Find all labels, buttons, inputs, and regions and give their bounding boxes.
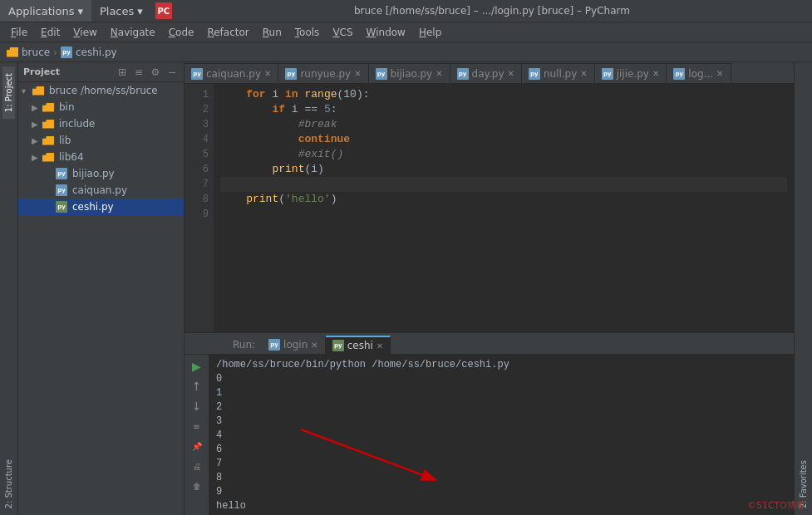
tab-log[interactable]: py log... ✕ bbox=[667, 63, 731, 83]
applications-menu[interactable]: Applications ▾ bbox=[0, 0, 91, 22]
structure-tab[interactable]: 2: Structure bbox=[2, 453, 15, 515]
tab-runyue[interactable]: py runyue.py ✕ bbox=[278, 63, 368, 83]
panel-title: Project bbox=[23, 66, 60, 77]
tab-log-close[interactable]: ✕ bbox=[716, 69, 723, 78]
tab-day-close[interactable]: ✕ bbox=[508, 69, 514, 78]
tree-lib[interactable]: ▶ lib bbox=[18, 132, 184, 149]
caiquan-label: caiquan.py bbox=[72, 184, 127, 196]
menu-navigate[interactable]: Navigate bbox=[104, 25, 162, 40]
include-label: include bbox=[59, 118, 95, 130]
menu-refactor[interactable]: Refactor bbox=[200, 25, 255, 40]
output-2: 2 bbox=[216, 400, 787, 414]
watermark: ©51CTO博客 bbox=[747, 499, 805, 512]
output-8: 8 bbox=[216, 471, 787, 485]
run-output: /home/ss/bruce/bin/python /home/ss/bruce… bbox=[209, 355, 794, 515]
code-line-4: continue bbox=[220, 132, 787, 147]
tab-jijie-label: jijie.py bbox=[617, 68, 649, 80]
tree-caiquan[interactable]: py caiquan.py bbox=[18, 182, 184, 199]
breadcrumb-folder[interactable]: bruce bbox=[22, 47, 50, 58]
panel-icon-sort[interactable]: ≡ bbox=[132, 66, 145, 79]
lib64-label: lib64 bbox=[59, 151, 84, 163]
tab-day[interactable]: py day.py ✕ bbox=[450, 63, 522, 83]
project-tab[interactable]: 1: Project bbox=[2, 66, 15, 119]
places-menu[interactable]: Places ▾ bbox=[91, 0, 151, 22]
run-print-btn[interactable]: 🖨 bbox=[189, 458, 205, 474]
lib-label: lib bbox=[59, 135, 71, 146]
code-line-6: print(i) bbox=[220, 162, 787, 177]
output-1: 1 bbox=[216, 386, 787, 400]
lib64-arrow: ▶ bbox=[32, 153, 40, 162]
tree-root[interactable]: ▾ bruce /home/ss/bruce bbox=[18, 82, 184, 99]
code-content[interactable]: for i in range(10): if i == 5: #break co… bbox=[214, 84, 794, 332]
tab-runyue-icon: py bbox=[285, 68, 297, 80]
bin-folder-icon bbox=[42, 103, 54, 112]
tab-null-close[interactable]: ✕ bbox=[580, 69, 587, 78]
ceshi-label: ceshi.py bbox=[72, 201, 114, 213]
tab-null[interactable]: py null.py ✕ bbox=[522, 63, 595, 83]
run-tab-ceshi[interactable]: py ceshi ✕ bbox=[326, 336, 391, 354]
run-trash-btn[interactable]: 🗑 bbox=[189, 478, 205, 494]
code-line-8: print('hello') bbox=[220, 192, 787, 207]
panel-icon-settings[interactable]: ⚙ bbox=[149, 66, 162, 79]
main-layout: 1: Project 2: Structure Project ⊞ ≡ ⚙ − … bbox=[0, 62, 812, 515]
run-up-btn[interactable]: ↑ bbox=[189, 378, 205, 395]
tab-caiquan-icon: py bbox=[191, 68, 203, 80]
code-line-9 bbox=[220, 207, 787, 222]
file-bar: bruce › py ceshi.py bbox=[0, 42, 812, 62]
tree-ceshi[interactable]: py ceshi.py bbox=[18, 199, 184, 215]
run-tab-login-icon: py bbox=[268, 339, 280, 351]
run-tab-login[interactable]: py login ✕ bbox=[262, 336, 326, 354]
menu-tools[interactable]: Tools bbox=[288, 25, 327, 40]
tab-runyue-label: runyue.py bbox=[300, 68, 351, 80]
lib64-folder-icon bbox=[42, 153, 54, 162]
panel-header: Project ⊞ ≡ ⚙ − bbox=[18, 62, 184, 82]
panel-icon-gear[interactable]: ⊞ bbox=[116, 66, 129, 79]
output-3: 3 bbox=[216, 414, 787, 429]
output-9: 9 bbox=[216, 485, 787, 499]
run-tab-login-close[interactable]: ✕ bbox=[311, 341, 317, 350]
run-play-btn[interactable]: ▶ bbox=[189, 358, 205, 375]
tree-bin[interactable]: ▶ bin bbox=[18, 99, 184, 115]
menu-window[interactable]: Window bbox=[360, 25, 412, 40]
panel-icon-minimize[interactable]: − bbox=[165, 66, 179, 79]
menu-help[interactable]: Help bbox=[412, 25, 448, 40]
breadcrumb-file[interactable]: ceshi.py bbox=[76, 47, 117, 58]
menu-file[interactable]: File bbox=[4, 25, 34, 40]
tab-log-icon: py bbox=[673, 68, 685, 80]
bin-label: bin bbox=[59, 101, 75, 113]
window-title: bruce [/home/ss/bruce] – .../login.py [b… bbox=[172, 5, 812, 17]
menu-vcs[interactable]: VCS bbox=[326, 25, 359, 40]
bijiao-icon: py bbox=[56, 168, 67, 179]
menu-run[interactable]: Run bbox=[256, 25, 288, 40]
tab-log-label: log... bbox=[688, 68, 713, 80]
panel-icons: ⊞ ≡ ⚙ − bbox=[116, 66, 179, 79]
menu-view[interactable]: View bbox=[66, 25, 103, 40]
run-list-btn[interactable]: ≡ bbox=[189, 418, 205, 434]
lib-arrow: ▶ bbox=[32, 136, 40, 145]
project-panel: Project ⊞ ≡ ⚙ − ▾ bruce /home/ss/bruce ▶… bbox=[18, 62, 185, 515]
tree-include[interactable]: ▶ include bbox=[18, 115, 184, 132]
tree-lib64[interactable]: ▶ lib64 bbox=[18, 149, 184, 165]
tree-bijiao[interactable]: py bijiao.py bbox=[18, 165, 184, 182]
left-panel-toggle: 1: Project 2: Structure bbox=[0, 62, 18, 515]
editor-tab-bar: py caiquan.py ✕ py runyue.py ✕ py bijiao… bbox=[185, 62, 794, 84]
folder-icon bbox=[7, 47, 18, 57]
tab-caiquan[interactable]: py caiquan.py ✕ bbox=[185, 63, 278, 83]
run-tab-ceshi-close[interactable]: ✕ bbox=[376, 341, 383, 351]
run-pin-btn[interactable]: 📌 bbox=[189, 438, 205, 454]
run-body: ▶ ↑ ↓ ≡ 📌 🖨 🗑 /home/ss/bruce/bin/python … bbox=[185, 355, 794, 515]
tab-bijiao[interactable]: py bijiao.py ✕ bbox=[369, 63, 450, 83]
output-7: 7 bbox=[216, 457, 787, 471]
tab-runyue-close[interactable]: ✕ bbox=[354, 69, 361, 78]
places-arrow: ▾ bbox=[137, 5, 143, 17]
tab-bijiao-close[interactable]: ✕ bbox=[436, 69, 442, 78]
caiquan-icon: py bbox=[56, 184, 67, 196]
run-down-btn[interactable]: ↓ bbox=[189, 398, 205, 414]
tab-caiquan-close[interactable]: ✕ bbox=[264, 69, 271, 78]
file-type-icon: py bbox=[61, 47, 72, 58]
tab-jijie[interactable]: py jijie.py ✕ bbox=[595, 63, 667, 83]
menu-code[interactable]: Code bbox=[162, 25, 201, 40]
menu-edit[interactable]: Edit bbox=[34, 25, 66, 40]
run-tab-login-label: login bbox=[283, 339, 308, 351]
tab-jijie-close[interactable]: ✕ bbox=[652, 69, 659, 78]
